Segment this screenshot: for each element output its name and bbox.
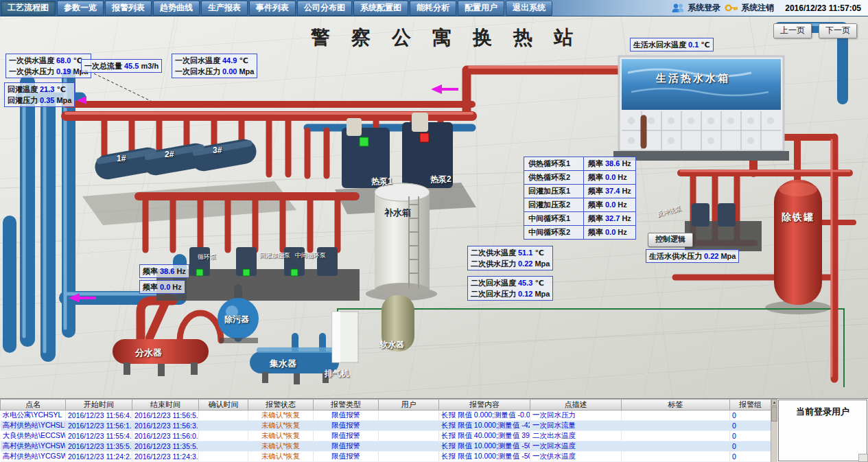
col-header-end-time[interactable]: 结束时间: [132, 400, 199, 411]
alarm-cell: 2016/12/23 11:55:4...: [66, 431, 132, 441]
alarm-cell: 2016/12/23 11:56:3...: [132, 421, 199, 431]
tab-event-list[interactable]: 事件列表: [249, 1, 296, 16]
col-header-alarm-type[interactable]: 报警类型: [314, 400, 379, 411]
alarm-cell: 0: [730, 431, 771, 441]
metric-box-life-return: 生活水回水温度0.1℃: [630, 38, 714, 51]
metric-unit: Mpa: [720, 252, 736, 260]
alarm-cell: [199, 452, 248, 462]
alarm-cell: [622, 411, 730, 421]
alarm-table-row[interactable]: 高村供热站\YCHSWD2016/12/23 11:35:5...2016/12…: [1, 441, 771, 452]
metric-label: 回灌温度: [8, 85, 38, 93]
metric-label: 二次供水压力: [471, 259, 516, 268]
label-hot-water-tank: 生活热水水箱: [656, 72, 730, 85]
tab-company-map[interactable]: 公司分布图: [297, 1, 352, 16]
pump-name: 回灌加压泵1: [524, 185, 584, 198]
col-header-start-time[interactable]: 开始时间: [66, 400, 132, 411]
alarm-cell: [379, 421, 439, 431]
control-logic-button[interactable]: 控制逻辑: [648, 233, 693, 247]
alarm-cell: 2016/12/23 11:24:2...: [66, 452, 132, 462]
alarm-table-row[interactable]: 高村供热站\YCHSLL2016/12/23 11:56:1...2016/12…: [1, 421, 771, 431]
pump-frequency-cell: 频率38.6Hz: [584, 157, 636, 171]
alarm-cell: 一次回水温度: [530, 441, 622, 452]
scroll-up-button[interactable]: ▲: [771, 399, 777, 406]
metric-label: 二次回水温度: [471, 279, 516, 287]
frequency-unit: Hz: [622, 159, 631, 168]
tab-trend-curves[interactable]: 趋势曲线: [153, 1, 200, 16]
label-recharge-pump: 回灌加压泵: [259, 251, 290, 260]
datetime-display: 2016/12/23 11:57:05: [785, 3, 861, 13]
metric-unit: Mpa: [239, 67, 254, 76]
pump-frequency-row: 回灌加压泵2 频率0.0Hz: [524, 198, 636, 212]
pump-frequency-cell: 频率0.0Hz: [584, 198, 636, 212]
tab-process-flow[interactable]: 工艺流程图: [1, 1, 56, 16]
alarm-cell: 水电公寓\YCHSYL: [1, 411, 66, 421]
tab-energy-analysis[interactable]: 能耗分析: [410, 1, 456, 16]
tab-production-report[interactable]: 生产报表: [201, 1, 248, 16]
heat-pump1-status-light: [360, 137, 368, 146]
frequency-value: 0.0: [605, 228, 615, 236]
alarm-table-row[interactable]: 大良供热站\ECCSWD2016/12/23 11:55:4...2016/12…: [1, 431, 771, 441]
pager: 上一页 下一页: [773, 23, 857, 38]
nav-tabs: 工艺流程图 参数一览 报警列表 趋势曲线 生产报表 事件列表 公司分布图 系统配…: [0, 0, 553, 16]
alarm-table-scrollbar[interactable]: ▲: [771, 399, 777, 462]
metric-box-pump-freq-1: 频率38.6Hz: [139, 264, 189, 278]
metric-secondary-supply-pressure: 二次供水压力0.22Mpa: [471, 258, 550, 269]
col-header-alarm-content[interactable]: 报警内容: [439, 400, 530, 411]
col-header-alarm-status[interactable]: 报警状态: [248, 400, 314, 411]
system-login-button[interactable]: 系统登录: [671, 2, 720, 14]
col-header-tag[interactable]: 标签: [622, 400, 730, 411]
col-header-alarm-group[interactable]: 报警组: [730, 400, 771, 411]
nav-right-area: 系统登录 系统注销 2016/12/23 11:57:05: [671, 2, 868, 14]
system-logout-button[interactable]: 系统注销: [725, 2, 774, 14]
alarm-cell: 未确认*恢复: [248, 431, 314, 441]
tab-parameter-overview[interactable]: 参数一览: [57, 1, 104, 16]
frequency-label: 频率: [588, 173, 603, 181]
metric-label: 一次供水压力: [9, 67, 54, 76]
metric-unit: Mpa: [535, 290, 550, 298]
alarm-cell: [622, 431, 730, 441]
metric-label: 频率: [143, 267, 158, 275]
label-water-collector: 集水器: [270, 358, 296, 370]
next-page-button[interactable]: 下一页: [819, 23, 857, 38]
metric-box-pump-freq-2: 频率0.0Hz: [139, 280, 185, 294]
tab-system-config[interactable]: 系统配置图: [353, 1, 408, 16]
plant-3d-scene: [0, 16, 868, 398]
col-header-point[interactable]: 点名: [1, 400, 66, 411]
alarm-cell: 限值报警: [314, 431, 379, 441]
alarm-cell: 限值报警: [314, 411, 379, 421]
alarm-cell: [379, 441, 439, 452]
alarm-cell: 限值报警: [314, 441, 379, 452]
alarm-cell: 大良供热站\ECCSWD: [1, 431, 66, 441]
tab-alarm-list[interactable]: 报警列表: [105, 1, 152, 16]
scada-application: 工艺流程图 参数一览 报警列表 趋势曲线 生产报表 事件列表 公司分布图 系统配…: [0, 0, 868, 462]
scroll-thumb[interactable]: [771, 406, 777, 421]
alarm-table-row[interactable]: 水电公寓\YCHSYL2016/12/23 11:56:4...2016/12/…: [1, 411, 771, 421]
alarm-cell: 0: [730, 441, 771, 452]
metric-label: 频率: [143, 283, 158, 291]
frequency-unit: Hz: [622, 187, 631, 195]
metric-primary-flow: 一次总流量45.5m3/h: [84, 60, 159, 71]
alarm-cell: 长报 限值 10.000;测量值 -50.000: [439, 441, 530, 452]
system-logout-label: 系统注销: [741, 2, 774, 14]
alarm-table-container[interactable]: 点名 开始时间 结束时间 确认时间 报警状态 报警类型 用户 报警内容 点描述 …: [0, 399, 771, 462]
metric-value: 0.1: [688, 41, 699, 49]
alarm-cell: 2016/12/23 11:35:5...: [132, 441, 199, 452]
metric-value: 44.9: [222, 56, 237, 65]
metric-unit: ℃: [56, 85, 65, 93]
alarm-cell: 长报 限值 10.000;测量值 -50.000: [439, 452, 530, 462]
pump-frequency-row: 中间循环泵2 频率0.0Hz: [524, 226, 636, 240]
alarm-cell: 2016/12/23 11:35:5...: [66, 441, 132, 452]
alarm-table-row[interactable]: 高村供热站\YCGSWD2016/12/23 11:24:2...2016/12…: [1, 452, 771, 462]
alarm-cell: 限值报警: [314, 452, 379, 462]
metric-value: 0.35: [40, 96, 54, 104]
alarm-cell: 0: [730, 421, 771, 431]
pump-name: 回灌加压泵2: [524, 198, 584, 212]
metric-box-primary-flow: 一次总流量45.5m3/h: [81, 59, 162, 73]
col-header-user[interactable]: 用户: [379, 400, 439, 411]
col-header-ack-time[interactable]: 确认时间: [199, 400, 248, 411]
users-icon: [671, 3, 685, 13]
prev-page-button[interactable]: 上一页: [773, 23, 812, 38]
col-header-point-desc[interactable]: 点描述: [530, 400, 622, 411]
tab-user-config[interactable]: 配置用户: [458, 1, 504, 16]
tab-exit-system[interactable]: 退出系统: [506, 1, 552, 16]
